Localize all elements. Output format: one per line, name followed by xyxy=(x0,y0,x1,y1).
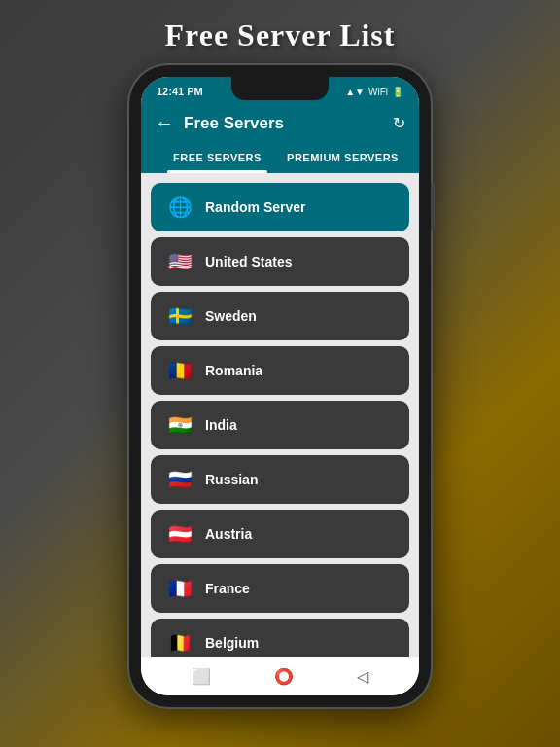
server-name-austria: Austria xyxy=(205,526,252,542)
flag-icon-random-server: 🌐 xyxy=(166,196,193,219)
server-name-random-server: Random Server xyxy=(205,199,305,215)
flag-icon-india: 🇮🇳 xyxy=(166,413,193,437)
nav-circle-icon[interactable]: ⭕ xyxy=(274,667,294,686)
flag-icon-france: 🇫🇷 xyxy=(166,577,193,600)
server-name-united-states: United States xyxy=(205,254,292,269)
battery-icon: 🔋 xyxy=(392,87,403,97)
server-item-romania[interactable]: 🇷🇴Romania xyxy=(151,346,409,395)
tab-free-servers[interactable]: FREE SERVERS xyxy=(155,142,280,173)
refresh-button[interactable]: ↻ xyxy=(393,114,405,132)
flag-icon-belgium: 🇧🇪 xyxy=(166,631,193,655)
server-name-russian: Russian xyxy=(205,472,258,487)
tab-bar: FREE SERVERS PREMIUM SERVERS xyxy=(141,142,419,173)
phone-frame: 12:41 PM ▲▼ WiFi 🔋 ← Free Servers ↻ FREE… xyxy=(129,65,431,707)
status-time: 12:41 PM xyxy=(157,86,203,97)
status-icons: ▲▼ WiFi 🔋 xyxy=(345,87,403,97)
server-name-sweden: Sweden xyxy=(205,308,257,324)
flag-icon-austria: 🇦🇹 xyxy=(166,522,193,546)
server-item-belgium[interactable]: 🇧🇪Belgium xyxy=(151,619,409,657)
signal-icon: ▲▼ xyxy=(345,87,365,97)
flag-icon-russian: 🇷🇺 xyxy=(166,468,193,491)
phone-notch xyxy=(231,77,329,100)
server-name-france: France xyxy=(205,581,250,596)
server-name-belgium: Belgium xyxy=(205,635,259,651)
phone-screen: 12:41 PM ▲▼ WiFi 🔋 ← Free Servers ↻ FREE… xyxy=(141,77,419,695)
bottom-nav: ⬜ ⭕ ◁ xyxy=(141,657,419,695)
app-header: ← Free Servers ↻ xyxy=(141,104,419,142)
server-item-india[interactable]: 🇮🇳India xyxy=(151,401,409,449)
wifi-icon: WiFi xyxy=(368,87,388,97)
header-title: Free Servers xyxy=(184,114,383,133)
server-list: 🌐Random Server🇺🇸United States🇸🇪Sweden🇷🇴R… xyxy=(141,173,419,657)
nav-triangle-icon[interactable]: ◁ xyxy=(357,667,368,686)
nav-square-icon[interactable]: ⬜ xyxy=(192,667,211,686)
server-item-random-server[interactable]: 🌐Random Server xyxy=(151,183,409,231)
server-item-united-states[interactable]: 🇺🇸United States xyxy=(151,237,409,286)
server-item-sweden[interactable]: 🇸🇪Sweden xyxy=(151,292,409,340)
server-item-france[interactable]: 🇫🇷France xyxy=(151,564,409,613)
server-item-russian[interactable]: 🇷🇺Russian xyxy=(151,455,409,504)
server-name-india: India xyxy=(205,417,237,433)
back-button[interactable]: ← xyxy=(155,112,174,134)
flag-icon-romania: 🇷🇴 xyxy=(166,359,193,382)
phone-btn-right xyxy=(431,182,435,231)
server-item-austria[interactable]: 🇦🇹Austria xyxy=(151,510,409,558)
flag-icon-sweden: 🇸🇪 xyxy=(166,304,193,328)
tab-premium-servers[interactable]: PREMIUM SERVERS xyxy=(280,142,405,173)
server-name-romania: Romania xyxy=(205,363,262,378)
flag-icon-united-states: 🇺🇸 xyxy=(166,250,193,273)
page-title: Free Server List xyxy=(165,0,396,65)
